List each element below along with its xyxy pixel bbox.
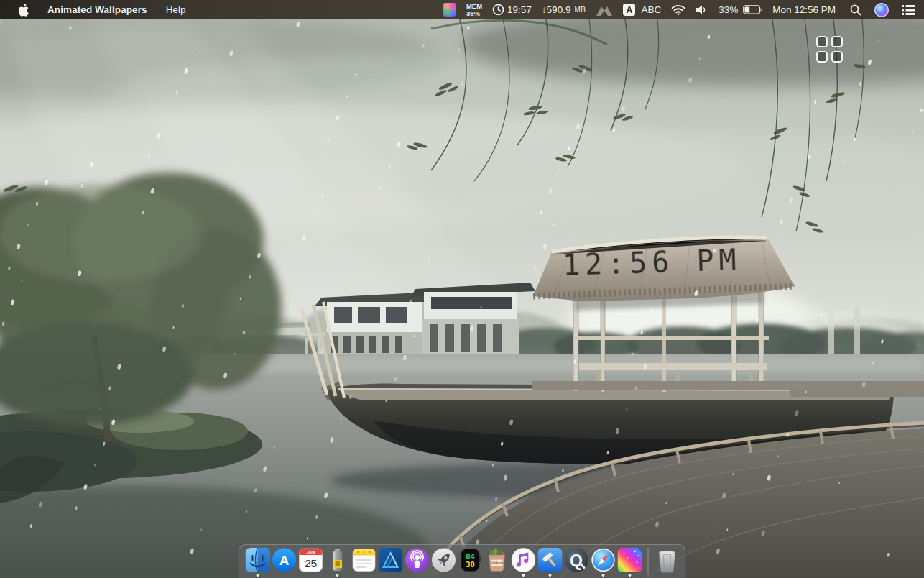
dock-item-quicktime[interactable]: Q bbox=[564, 548, 589, 577]
svg-text:A: A bbox=[279, 553, 289, 568]
quicktime-icon: Q bbox=[564, 548, 588, 572]
menu-help[interactable]: Help bbox=[157, 4, 195, 15]
grid-cell bbox=[816, 36, 828, 47]
affinity-designer-icon bbox=[378, 548, 402, 572]
safari-icon bbox=[591, 548, 615, 572]
running-indicator bbox=[601, 574, 604, 577]
menubar-clock-item[interactable]: Mon 12:56 PM bbox=[772, 4, 836, 15]
volume-item[interactable] bbox=[696, 4, 708, 15]
active-app-name[interactable]: Animated Wallpapers bbox=[37, 4, 157, 15]
animated-wallpaper-lake-scene bbox=[0, 0, 924, 578]
apple-watch-icon: 04 30 bbox=[458, 548, 482, 572]
rocket-icon bbox=[431, 548, 456, 572]
dock-item-battery-app[interactable] bbox=[325, 548, 350, 577]
menu-bar: Animated Wallpapers Help MEM 36% 19:57 ↓… bbox=[0, 0, 924, 19]
rainbow-app-icon bbox=[443, 3, 456, 17]
stickers-icon: Stickers bbox=[484, 548, 509, 572]
dock-item-apple-watch[interactable]: 04 30 bbox=[458, 548, 483, 577]
dock-item-stickers[interactable]: Stickers bbox=[484, 548, 509, 577]
svg-text:04: 04 bbox=[466, 552, 475, 561]
battery-icon bbox=[743, 5, 762, 14]
running-indicator bbox=[522, 574, 525, 577]
mountain-monitor-item[interactable] bbox=[596, 4, 613, 16]
running-indicator bbox=[628, 574, 631, 577]
dock-item-finder[interactable] bbox=[245, 548, 270, 577]
dock-item-xcode[interactable] bbox=[537, 548, 563, 577]
itunes-icon bbox=[511, 548, 535, 572]
grid-cell bbox=[831, 51, 843, 63]
dock-item-safari[interactable] bbox=[591, 548, 616, 577]
notification-center-item[interactable] bbox=[902, 4, 915, 15]
list-icon bbox=[902, 4, 915, 15]
grid-cell bbox=[831, 36, 843, 47]
menubar-clock: Mon 12:56 PM bbox=[772, 4, 836, 15]
network-throughput-item[interactable]: ↓590.9 MB bbox=[542, 4, 586, 15]
svg-text:25: 25 bbox=[304, 557, 316, 569]
monitor-time: 19:57 bbox=[507, 4, 532, 15]
dock-item-app-store[interactable]: A bbox=[272, 548, 297, 577]
net-down-value: ↓590.9 bbox=[542, 4, 571, 15]
animated-wallpapers-icon bbox=[617, 548, 642, 572]
menubar-animated-wallpapers-icon[interactable] bbox=[443, 3, 456, 17]
dock-item-rocket[interactable] bbox=[431, 548, 456, 577]
trash-icon bbox=[655, 548, 679, 574]
battery-percent: 33% bbox=[719, 4, 738, 15]
dock-item-itunes[interactable] bbox=[511, 548, 536, 577]
calendar-icon: JAN 25 bbox=[298, 548, 323, 572]
dock-item-animated-wallpapers[interactable] bbox=[617, 548, 642, 577]
input-source-label: ABC bbox=[641, 4, 661, 15]
apple-logo-icon bbox=[19, 4, 29, 17]
spotlight-item[interactable] bbox=[850, 4, 861, 16]
notes-icon bbox=[351, 548, 376, 572]
grid-cell bbox=[816, 51, 828, 63]
finder-icon bbox=[245, 548, 269, 572]
svg-text:30: 30 bbox=[466, 560, 475, 569]
dock-item-notes[interactable] bbox=[351, 548, 376, 577]
podcasts-icon bbox=[405, 548, 429, 572]
input-source-item[interactable]: A ABC bbox=[623, 4, 661, 16]
svg-text:Stickers: Stickers bbox=[490, 561, 503, 565]
siri-icon bbox=[874, 3, 889, 17]
dock-item-calendar[interactable]: JAN 25 bbox=[298, 548, 323, 577]
wifi-icon bbox=[671, 4, 685, 15]
mountain-icon bbox=[596, 4, 613, 16]
wallpaper-clock: 12:56 PM bbox=[562, 243, 741, 282]
svg-text:Q: Q bbox=[570, 551, 583, 570]
xcode-icon bbox=[537, 548, 562, 572]
svg-text:JAN: JAN bbox=[306, 550, 315, 554]
siri-item[interactable] bbox=[874, 3, 889, 17]
dock: A JAN 25 bbox=[239, 544, 686, 578]
battery-app-icon bbox=[325, 548, 349, 572]
memory-usage-item[interactable]: MEM 36% bbox=[466, 3, 482, 17]
dock-divider bbox=[648, 548, 649, 575]
speaker-icon bbox=[696, 4, 708, 15]
battery-item[interactable]: 33% bbox=[719, 4, 762, 15]
running-indicator bbox=[548, 574, 551, 577]
net-unit: MB bbox=[574, 6, 586, 14]
running-indicator bbox=[256, 574, 259, 577]
clock-icon bbox=[492, 4, 504, 16]
app-store-icon: A bbox=[272, 548, 296, 572]
dock-item-affinity-designer[interactable] bbox=[378, 548, 403, 577]
search-icon bbox=[850, 4, 861, 16]
running-indicator bbox=[336, 574, 338, 577]
dock-item-trash[interactable] bbox=[655, 548, 680, 578]
dock-item-podcasts[interactable] bbox=[405, 548, 430, 577]
monitor-time-item[interactable]: 19:57 bbox=[492, 4, 532, 16]
app-grid-icon[interactable] bbox=[816, 36, 843, 63]
mem-value: 36% bbox=[466, 10, 480, 17]
wifi-item[interactable] bbox=[671, 4, 685, 15]
apple-menu[interactable] bbox=[10, 4, 37, 17]
input-source-badge: A bbox=[623, 4, 635, 16]
